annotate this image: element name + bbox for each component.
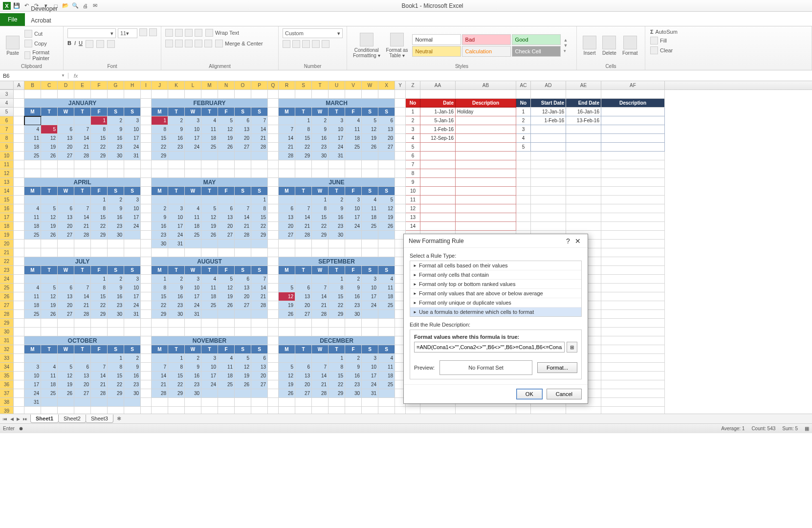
cell[interactable] [362, 240, 378, 248]
cell[interactable]: 6 [218, 204, 235, 213]
cell[interactable]: 24 [124, 143, 141, 152]
cell[interactable]: 13-Feb-16 [566, 116, 601, 125]
cell[interactable] [141, 204, 152, 213]
cell[interactable]: 2 [345, 275, 362, 284]
cell[interactable]: F [345, 345, 362, 354]
cell[interactable]: 15 [91, 213, 108, 222]
cell[interactable]: 19 [41, 301, 58, 310]
cell[interactable]: Date [420, 99, 456, 108]
cell[interactable]: 23 [124, 380, 141, 389]
column-headers[interactable]: ABCDEFGHIJKLMNOPQRSTUVWXYZAAABACADAEAF [0, 81, 812, 90]
cell[interactable]: 27 [279, 231, 295, 240]
cell[interactable] [566, 125, 601, 134]
styles-scroll-up-icon[interactable]: ▲ [564, 38, 568, 43]
cell[interactable]: 11 [362, 204, 378, 213]
cell[interactable] [345, 248, 362, 257]
cell[interactable]: 23 [152, 231, 168, 240]
cell[interactable]: 29 [91, 310, 108, 319]
cell[interactable] [152, 196, 168, 204]
cell[interactable]: 3 [24, 363, 41, 372]
column-header[interactable]: B [24, 81, 41, 89]
column-header[interactable]: W [362, 81, 378, 89]
cell[interactable]: W [312, 108, 329, 116]
column-header[interactable]: U [329, 81, 345, 89]
cell[interactable] [141, 222, 152, 231]
cell[interactable]: 8 [295, 125, 312, 134]
cell[interactable] [268, 178, 279, 187]
cell[interactable]: 4 [41, 363, 58, 372]
wrap-text-button[interactable]: Wrap Text [204, 28, 240, 37]
cell[interactable]: T [41, 266, 58, 275]
cell[interactable]: 31 [329, 152, 345, 160]
row-header[interactable]: 12 [0, 169, 14, 178]
cell[interactable] [141, 275, 152, 284]
cell[interactable] [41, 116, 58, 125]
cell[interactable] [378, 319, 395, 328]
cell[interactable] [516, 204, 531, 213]
cell[interactable] [566, 160, 601, 169]
cell[interactable] [58, 354, 74, 363]
cell[interactable] [531, 178, 566, 187]
cell[interactable] [185, 196, 201, 204]
font-name-combo[interactable]: ▾ [67, 28, 116, 38]
cell[interactable]: 21 [91, 380, 108, 389]
cell[interactable]: S [108, 266, 124, 275]
cell[interactable]: 7 [312, 363, 329, 372]
cell[interactable] [312, 160, 329, 169]
row-header[interactable]: 4 [0, 99, 14, 108]
cell[interactable]: 18 [24, 143, 41, 152]
cell[interactable]: 21 [295, 222, 312, 231]
cell[interactable] [420, 196, 456, 204]
indent-inc-icon[interactable] [204, 40, 212, 47]
cell[interactable] [124, 240, 141, 248]
cell[interactable]: 22 [295, 143, 312, 152]
cell[interactable]: 3 [362, 354, 378, 363]
cell[interactable] [395, 116, 406, 125]
cell[interactable] [108, 328, 124, 336]
cell[interactable]: F [91, 187, 108, 196]
cell[interactable]: 24 [124, 222, 141, 231]
cell[interactable] [268, 116, 279, 125]
cell[interactable] [268, 169, 279, 178]
cell[interactable] [141, 143, 152, 152]
cell[interactable]: 8 [91, 284, 108, 292]
cell[interactable] [601, 108, 665, 116]
cell[interactable] [279, 160, 295, 169]
cell[interactable] [420, 187, 456, 196]
cell[interactable]: Description [456, 99, 516, 108]
cell[interactable]: W [185, 108, 201, 116]
cell[interactable]: 10 [124, 204, 141, 213]
cell[interactable]: 24 [185, 301, 201, 310]
column-header[interactable]: L [185, 81, 201, 89]
cell[interactable] [378, 407, 395, 414]
cell[interactable] [601, 143, 665, 152]
column-header[interactable]: I [141, 81, 152, 89]
cell[interactable]: 10 [329, 125, 345, 134]
cell[interactable]: 25 [201, 301, 218, 310]
view-normal-icon[interactable]: ▦ [805, 426, 809, 431]
cell[interactable]: 4 [362, 196, 378, 204]
cell[interactable]: 6 [279, 204, 295, 213]
cell[interactable]: 28 [279, 152, 295, 160]
cell[interactable] [268, 363, 279, 372]
cell[interactable] [251, 389, 268, 398]
cell[interactable]: 16 [108, 134, 124, 143]
cell[interactable] [14, 178, 24, 187]
cell[interactable] [251, 248, 268, 257]
cell[interactable] [124, 328, 141, 336]
cell[interactable]: End Date [566, 99, 601, 108]
cell[interactable] [295, 90, 312, 99]
cell[interactable]: 4 [406, 134, 420, 143]
cell[interactable]: 23 [345, 301, 362, 310]
cell[interactable]: 6 [235, 275, 251, 284]
border-icon[interactable] [86, 40, 93, 48]
cell[interactable] [58, 398, 74, 407]
cell[interactable] [279, 275, 295, 284]
row-header[interactable]: 5 [0, 108, 14, 116]
cell[interactable]: 17 [185, 134, 201, 143]
cell[interactable]: 8 [152, 284, 168, 292]
row-header[interactable]: 25 [0, 284, 14, 292]
format-cells-button[interactable]: Format [620, 35, 640, 57]
cell[interactable]: 30 [345, 310, 362, 319]
cell[interactable]: S [124, 187, 141, 196]
